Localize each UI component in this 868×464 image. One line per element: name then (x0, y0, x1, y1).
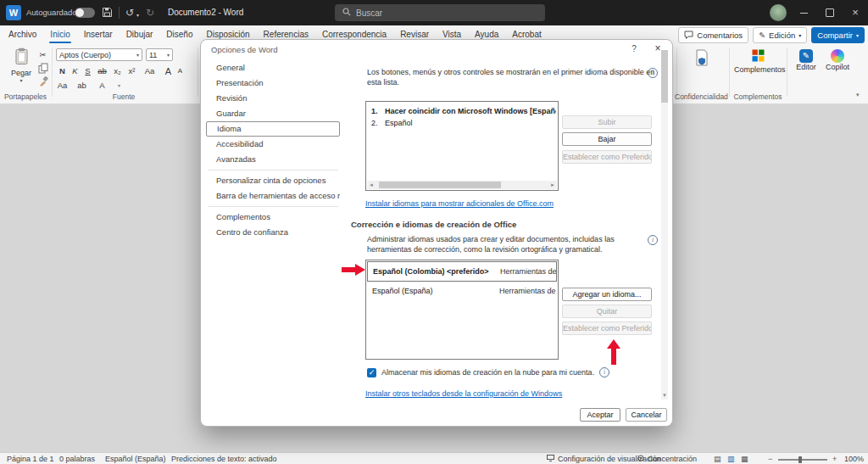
tab-archivo[interactable]: Archivo (2, 25, 43, 44)
sidebar-item-complementos[interactable]: Complementos (206, 210, 340, 225)
change-case-button[interactable]: Aa (144, 65, 155, 77)
word-count[interactable]: 0 palabras (59, 455, 95, 463)
comments-button[interactable]: Comentarios (678, 27, 748, 43)
format-painter-icon[interactable] (37, 76, 48, 88)
print-layout-icon[interactable]: ▥ (727, 455, 735, 463)
sidebar-item-guardar[interactable]: Guardar (206, 106, 340, 121)
list-item[interactable]: 2.Español (371, 117, 556, 129)
list-item-selected[interactable]: Español (Colombia) <preferido> Herramien… (367, 261, 557, 282)
font-name-combo[interactable]: Aptos (Cuerpo) ▾ (56, 48, 142, 61)
display-settings-button[interactable]: Configuración de visualización (558, 455, 661, 463)
web-layout-icon[interactable]: ▦ (741, 455, 748, 463)
cancel-button[interactable]: Cancelar (626, 408, 667, 422)
save-icon[interactable] (102, 7, 113, 20)
maximize-button[interactable] (817, 0, 843, 25)
scroll-left-icon[interactable]: ◄ (367, 181, 376, 189)
addins-icon (752, 49, 765, 62)
list-item[interactable]: 1.Hacer coincidir con Microsoft Windows … (371, 105, 556, 117)
undo-chevron-icon[interactable]: ▾ (136, 9, 139, 21)
strikethrough-button[interactable]: ab (97, 65, 108, 77)
tab-diseno[interactable]: Diseño (159, 25, 199, 44)
bold-button[interactable]: N (57, 65, 68, 77)
zoom-slider-thumb[interactable] (798, 456, 802, 463)
set-preferred-display-button[interactable]: Establecer como Preferido (562, 150, 652, 164)
search-box[interactable]: Buscar (335, 4, 545, 21)
checkbox-checked[interactable]: ✓ (367, 368, 376, 377)
undo-icon[interactable]: ↺ (125, 7, 134, 19)
info-icon[interactable]: i (648, 235, 658, 245)
sidebar-item-barra-acceso-rapido[interactable]: Barra de herramientas de acceso rápido (206, 188, 340, 204)
tab-insertar[interactable]: Insertar (77, 25, 120, 44)
chevron-down-icon: ▾ (167, 52, 170, 58)
copy-icon[interactable] (37, 63, 48, 75)
sidebar-item-presentacion[interactable]: Presentación (206, 75, 340, 91)
sidebar-item-general[interactable]: General (206, 60, 340, 75)
font-size-combo[interactable]: 11 ▾ (146, 48, 173, 61)
chevron-down-icon: ▾ (7, 77, 36, 83)
autosave-toggle[interactable] (75, 8, 95, 18)
page-indicator[interactable]: Página 1 de 1 (7, 455, 54, 463)
remove-language-button[interactable]: Quitar (562, 305, 652, 318)
scroll-down-icon[interactable]: ▼ (661, 391, 668, 400)
install-display-languages-link[interactable]: Instalar idiomas para mostrar adicionale… (365, 199, 554, 208)
scroll-right-icon[interactable]: ► (548, 181, 557, 189)
help-icon[interactable]: ? (627, 44, 641, 53)
editor-button[interactable]: ✎ Editor (791, 49, 821, 71)
display-language-list[interactable]: 1.Hacer coincidir con Microsoft Windows … (365, 101, 559, 191)
info-icon[interactable]: i (648, 68, 658, 78)
zoom-slider-track[interactable] (778, 459, 827, 461)
confidentiality-button[interactable] (682, 49, 722, 70)
word-logo-icon[interactable]: W (6, 5, 21, 20)
text-predictions-indicator[interactable]: Predicciones de texto: activado (171, 455, 277, 463)
editing-mode-button[interactable]: ✎ Edición ▾ (753, 27, 807, 43)
sidebar-item-centro-confianza[interactable]: Centro de confianza (206, 225, 340, 240)
sidebar-item-avanzadas[interactable]: Avanzadas (206, 152, 340, 167)
group-divider (676, 48, 677, 97)
shrink-font-button[interactable]: A (175, 65, 186, 77)
font-color-button[interactable]: A (97, 80, 108, 92)
vertical-scrollbar[interactable]: ▼ (661, 50, 668, 400)
subscript-button[interactable]: x₂ (112, 65, 123, 77)
underline-button[interactable]: S (82, 65, 93, 77)
horizontal-scrollbar[interactable]: ◄ ► (367, 181, 557, 189)
ok-button[interactable]: Aceptar (580, 408, 620, 422)
language-indicator[interactable]: Español (España) (105, 455, 166, 463)
grow-font-button[interactable]: A (163, 65, 174, 77)
share-button[interactable]: Compartir ▾ (811, 27, 865, 43)
highlight-color-button[interactable]: ab (76, 80, 87, 92)
info-icon[interactable]: i (599, 367, 609, 377)
tab-inicio[interactable]: Inicio (43, 25, 76, 44)
addins-button[interactable]: Complementos (734, 49, 782, 74)
move-up-button[interactable]: Subir (562, 115, 652, 129)
italic-button[interactable]: K (70, 65, 81, 77)
zoom-in-icon[interactable]: + (832, 455, 837, 463)
text-effects-button[interactable]: Aa (57, 80, 68, 92)
superscript-button[interactable]: x² (126, 65, 137, 77)
sidebar-item-idioma[interactable]: Idioma (206, 121, 340, 137)
paste-button[interactable]: Pegar ▾ (7, 48, 36, 83)
cut-icon[interactable]: ✂ (37, 49, 48, 61)
close-button[interactable]: × (843, 0, 868, 25)
sidebar-item-accesibilidad[interactable]: Accesibilidad (206, 137, 340, 152)
tab-dibujar[interactable]: Dibujar (120, 25, 160, 44)
scrollbar-thumb[interactable] (661, 50, 668, 103)
list-item[interactable]: Español (España) Herramientas de co (367, 282, 557, 300)
focus-mode-button[interactable]: Concentración (648, 455, 697, 463)
set-preferred-authoring-button[interactable]: Establecer como Preferido (562, 321, 652, 335)
install-keyboards-link[interactable]: Instalar otros teclados desde la configu… (365, 389, 562, 398)
sidebar-item-revision[interactable]: Revisión (206, 91, 340, 106)
move-down-button[interactable]: Bajar (562, 132, 652, 146)
sidebar-item-personalizar-cinta[interactable]: Personalizar cinta de opciones (206, 173, 340, 188)
add-language-button[interactable]: Agregar un idioma... (562, 288, 652, 301)
minimize-button[interactable] (792, 0, 817, 25)
collapse-ribbon-icon[interactable]: ▾ (856, 92, 860, 98)
copilot-button[interactable]: Copilot (821, 49, 854, 71)
read-mode-icon[interactable]: ▤ (714, 455, 721, 463)
zoom-out-icon[interactable]: − (768, 455, 772, 463)
chevron-down-icon[interactable]: ▾ (114, 80, 125, 92)
zoom-level[interactable]: 100% (844, 455, 864, 463)
scrollbar-thumb[interactable] (379, 182, 501, 188)
authoring-language-list[interactable]: Español (Colombia) <preferido> Herramien… (365, 260, 559, 360)
redo-icon[interactable]: ↻ (146, 7, 154, 19)
user-avatar[interactable] (770, 4, 787, 21)
